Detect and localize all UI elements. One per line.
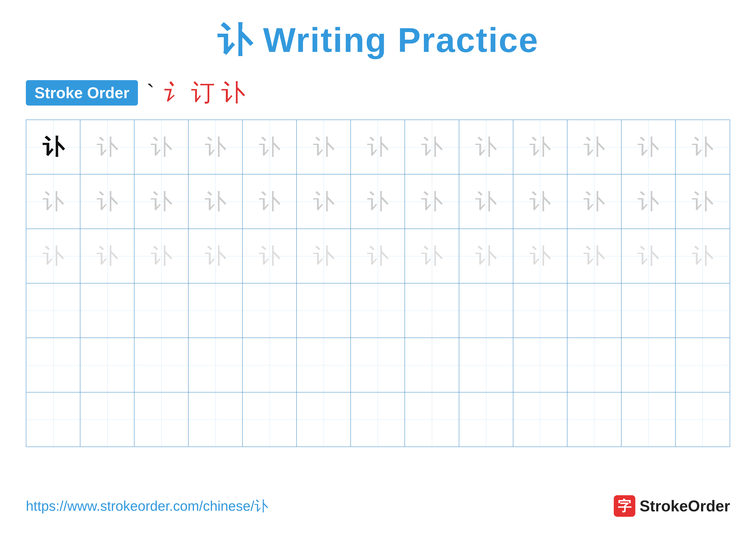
footer-url[interactable]: https://www.strokeorder.com/chinese/讣: [26, 497, 268, 516]
stroke-order-section: Stroke Order ` 讠 订 讣: [26, 77, 730, 109]
grid-cell-empty[interactable]: [676, 284, 730, 338]
grid-cell-empty[interactable]: [189, 284, 243, 338]
grid-row-2: 讣 讣 讣 讣 讣 讣 讣 讣 讣 讣 讣 讣 讣: [26, 174, 730, 229]
grid-cell-empty[interactable]: [297, 284, 351, 338]
grid-row-6: [26, 393, 730, 446]
grid-cell: 讣: [405, 229, 459, 283]
grid-cell: 讣: [567, 229, 622, 283]
grid-cell-empty[interactable]: [622, 338, 676, 392]
brand-icon: 字: [614, 495, 635, 517]
grid-cell-empty[interactable]: [26, 338, 80, 392]
grid-cell: 讣: [567, 174, 622, 229]
grid-cell-empty[interactable]: [567, 284, 622, 338]
grid-cell: 讣: [351, 120, 405, 174]
grid-cell-empty[interactable]: [351, 393, 405, 446]
grid-cell-empty[interactable]: [26, 393, 80, 446]
stroke-char-partial: 订: [191, 77, 215, 109]
grid-cell-empty[interactable]: [26, 284, 80, 338]
grid-cell: 讣: [459, 120, 513, 174]
grid-cell-empty[interactable]: [80, 393, 134, 446]
grid-cell: 讣: [567, 120, 622, 174]
practice-grid: 讣 讣 讣 讣 讣 讣 讣 讣 讣 讣 讣 讣 讣 讣 讣 讣 讣 讣 讣 讣 …: [26, 119, 730, 447]
grid-cell-empty[interactable]: [567, 338, 622, 392]
grid-cell-empty[interactable]: [80, 284, 134, 338]
stroke-char-dot: `: [147, 79, 154, 106]
grid-cell-empty[interactable]: [297, 338, 351, 392]
grid-cell: 讣: [26, 174, 80, 229]
grid-cell: 讣: [351, 174, 405, 229]
grid-cell-empty[interactable]: [513, 284, 567, 338]
grid-row-3: 讣 讣 讣 讣 讣 讣 讣 讣 讣 讣 讣 讣 讣: [26, 229, 730, 284]
footer: https://www.strokeorder.com/chinese/讣 字 …: [26, 495, 730, 517]
grid-cell: 讣: [80, 229, 134, 283]
grid-cell: 讣: [297, 229, 351, 283]
grid-cell: 讣: [513, 120, 567, 174]
grid-cell-empty[interactable]: [513, 338, 567, 392]
grid-cell: 讣: [243, 120, 297, 174]
grid-row-1: 讣 讣 讣 讣 讣 讣 讣 讣 讣 讣 讣 讣 讣: [26, 120, 730, 174]
grid-cell-empty[interactable]: [297, 393, 351, 446]
grid-cell-empty[interactable]: [459, 284, 513, 338]
grid-cell-empty[interactable]: [189, 338, 243, 392]
grid-cell-empty[interactable]: [243, 393, 297, 446]
grid-cell: 讣: [351, 229, 405, 283]
page-title: 讣 Writing Practice: [217, 21, 539, 59]
grid-cell: 讣: [676, 174, 730, 229]
grid-cell: 讣: [243, 174, 297, 229]
grid-cell: 讣: [134, 229, 189, 283]
grid-cell: 讣: [189, 174, 243, 229]
grid-cell-empty[interactable]: [405, 393, 459, 446]
grid-cell: 讣: [459, 174, 513, 229]
grid-cell-empty[interactable]: [243, 284, 297, 338]
grid-cell: 讣: [26, 120, 80, 174]
grid-cell: 讣: [243, 229, 297, 283]
grid-cell-empty[interactable]: [676, 338, 730, 392]
grid-cell-empty[interactable]: [567, 393, 622, 446]
stroke-order-badge: Stroke Order: [26, 80, 138, 106]
grid-cell-empty[interactable]: [676, 393, 730, 446]
grid-cell-empty[interactable]: [622, 284, 676, 338]
stroke-char-radical: 讠: [161, 77, 185, 109]
grid-cell-empty[interactable]: [459, 393, 513, 446]
grid-cell-empty[interactable]: [243, 338, 297, 392]
grid-cell: 讣: [622, 174, 676, 229]
grid-cell: 讣: [622, 120, 676, 174]
grid-cell: 讣: [297, 174, 351, 229]
grid-cell: 讣: [134, 174, 189, 229]
grid-cell-empty[interactable]: [513, 393, 567, 446]
grid-cell-empty[interactable]: [80, 338, 134, 392]
page: 讣 Writing Practice Stroke Order ` 讠 订 讣 …: [0, 0, 756, 534]
grid-cell: 讣: [26, 229, 80, 283]
grid-cell: 讣: [676, 229, 730, 283]
grid-cell-empty[interactable]: [405, 338, 459, 392]
grid-cell-empty[interactable]: [405, 284, 459, 338]
title-area: 讣 Writing Practice: [26, 17, 730, 64]
grid-cell-empty[interactable]: [134, 393, 189, 446]
grid-cell: 讣: [405, 120, 459, 174]
grid-cell: 讣: [80, 174, 134, 229]
grid-cell: 讣: [676, 120, 730, 174]
grid-row-4: [26, 284, 730, 338]
grid-cell-empty[interactable]: [622, 393, 676, 446]
grid-cell-empty[interactable]: [189, 393, 243, 446]
stroke-chars: ` 讠 订 讣: [147, 77, 245, 109]
grid-cell: 讣: [80, 120, 134, 174]
brand-name: StrokeOrder: [640, 497, 730, 515]
grid-row-5: [26, 338, 730, 393]
grid-cell: 讣: [189, 229, 243, 283]
grid-cell: 讣: [459, 229, 513, 283]
grid-cell-empty[interactable]: [459, 338, 513, 392]
grid-cell-empty[interactable]: [134, 284, 189, 338]
grid-cell-empty[interactable]: [351, 284, 405, 338]
grid-cell: 讣: [134, 120, 189, 174]
grid-cell: 讣: [405, 174, 459, 229]
grid-cell-empty[interactable]: [134, 338, 189, 392]
grid-cell: 讣: [297, 120, 351, 174]
grid-cell: 讣: [513, 174, 567, 229]
grid-cell: 讣: [189, 120, 243, 174]
grid-cell: 讣: [513, 229, 567, 283]
grid-cell: 讣: [622, 229, 676, 283]
brand-logo: 字 StrokeOrder: [614, 495, 730, 517]
stroke-char-full: 讣: [221, 77, 245, 109]
grid-cell-empty[interactable]: [351, 338, 405, 392]
